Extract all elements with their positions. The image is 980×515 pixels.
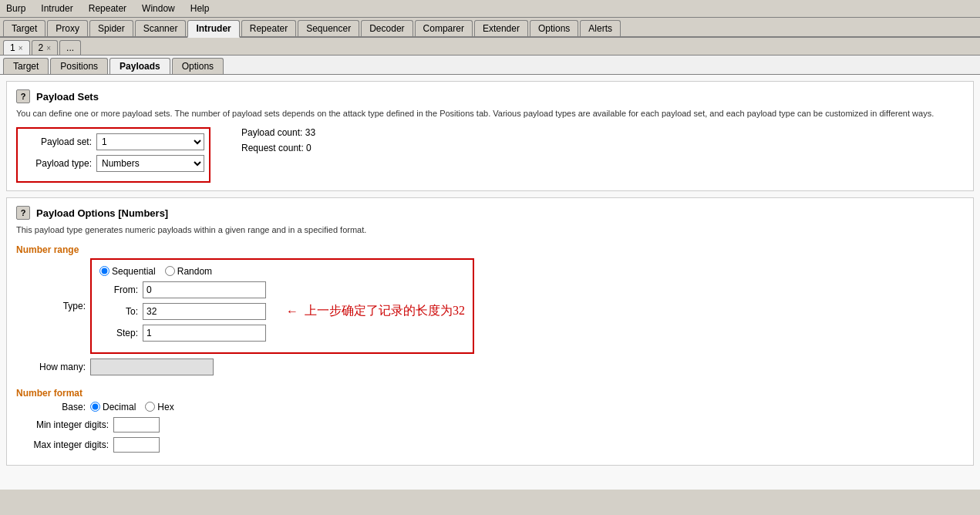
payload-set-row: Payload set: 1: [22, 133, 204, 150]
arrow-icon: ←: [286, 305, 298, 318]
payload-type-row: Payload type: Numbers Simple list Runtim…: [22, 155, 204, 172]
payload-sets-controls: Payload set: 1 Payload type: Numbers Sim…: [16, 127, 210, 183]
random-radio-label[interactable]: Random: [165, 266, 212, 277]
payload-sets-section: ? Payload Sets You can define one or mor…: [6, 81, 974, 191]
min-int-row: Min integer digits:: [16, 417, 964, 433]
section-tabs: Target Positions Payloads Options: [0, 56, 980, 75]
menu-bar: Burp Intruder Repeater Window Help: [0, 0, 980, 18]
menu-burp[interactable]: Burp: [3, 2, 29, 15]
sub-tab-1-label: 1: [10, 42, 15, 53]
min-int-label: Min integer digits:: [16, 419, 109, 430]
hex-radio-label[interactable]: Hex: [145, 402, 173, 412]
main-tab-options[interactable]: Options: [530, 20, 578, 36]
content-area: ? Payload Sets You can define one or mor…: [0, 75, 980, 490]
to-label: To:: [99, 306, 138, 317]
sequential-label: Sequential: [112, 266, 156, 277]
main-tab-decoder[interactable]: Decoder: [361, 20, 413, 36]
max-int-row: Max integer digits:: [16, 437, 964, 453]
payload-sets-title: Payload Sets: [36, 91, 99, 103]
type-radio-group: Sequential Random: [99, 266, 465, 277]
payload-sets-header: ? Payload Sets: [16, 89, 964, 103]
close-tab-1-icon[interactable]: ×: [19, 44, 23, 52]
main-tab-sequencer[interactable]: Sequencer: [298, 20, 359, 36]
sub-tab-1[interactable]: 1 ×: [3, 40, 30, 55]
decimal-radio[interactable]: [90, 402, 100, 412]
base-label: Base:: [16, 402, 86, 412]
sequential-radio[interactable]: [99, 266, 109, 276]
annotation-text: 上一步确定了记录的长度为32: [305, 303, 465, 319]
main-tab-scanner[interactable]: Scanner: [135, 20, 187, 36]
annotation: ← 上一步确定了记录的长度为32: [286, 303, 465, 319]
step-row: Step:: [99, 325, 465, 342]
base-row: Base: Decimal Hex: [16, 402, 964, 412]
payload-count-value: 33: [305, 127, 315, 138]
step-label: Step:: [99, 328, 138, 338]
number-format-label: Number format: [16, 388, 964, 399]
min-int-input[interactable]: [113, 417, 160, 433]
request-count-row: Request count: 0: [241, 143, 315, 153]
request-count-label: Request count:: [241, 143, 304, 153]
decimal-radio-label[interactable]: Decimal: [90, 402, 136, 412]
sub-tab-2-label: 2: [39, 42, 44, 53]
payload-set-select[interactable]: 1: [96, 133, 204, 150]
payload-sets-desc: You can define one or more payload sets.…: [16, 108, 964, 119]
random-radio[interactable]: [165, 266, 175, 276]
payload-counts: Payload count: 33 Request count: 0: [241, 127, 315, 153]
payload-options-desc: This payload type generates numeric payl…: [16, 224, 964, 236]
payload-options-header: ? Payload Options [Numbers]: [16, 206, 964, 220]
request-count-value: 0: [306, 143, 312, 153]
payload-count-row: Payload count: 33: [241, 127, 315, 138]
payload-options-title: Payload Options [Numbers]: [36, 207, 168, 219]
close-tab-2-icon[interactable]: ×: [46, 44, 51, 52]
payload-count-label: Payload count:: [241, 127, 302, 138]
payload-type-label: Payload type:: [22, 158, 92, 169]
from-row: From:: [99, 281, 465, 298]
menu-repeater[interactable]: Repeater: [86, 2, 130, 15]
sub-tab-ellipsis[interactable]: ...: [59, 40, 81, 55]
random-label: Random: [177, 266, 212, 277]
main-tab-target[interactable]: Target: [3, 20, 45, 36]
number-range-label: Number range: [16, 244, 964, 255]
main-tabs: Target Proxy Spider Scanner Intruder Rep…: [0, 18, 980, 38]
menu-intruder[interactable]: Intruder: [38, 2, 76, 15]
payload-type-select[interactable]: Numbers Simple list Runtime file: [96, 155, 204, 172]
main-tab-extender[interactable]: Extender: [474, 20, 528, 36]
main-tab-alerts[interactable]: Alerts: [580, 20, 621, 36]
main-tab-proxy[interactable]: Proxy: [47, 20, 88, 36]
max-int-input[interactable]: [113, 437, 160, 453]
to-input[interactable]: [143, 303, 266, 320]
payload-set-label: Payload set:: [22, 136, 92, 147]
how-many-input[interactable]: [90, 358, 214, 375]
max-int-label: Max integer digits:: [16, 439, 109, 450]
sequential-radio-label[interactable]: Sequential: [99, 266, 156, 277]
sub-tab-ellipsis-label: ...: [66, 42, 74, 53]
sub-tab-2[interactable]: 2 ×: [32, 40, 59, 55]
section-tab-positions[interactable]: Positions: [50, 58, 108, 74]
hex-radio[interactable]: [145, 402, 155, 412]
payload-options-section: ? Payload Options [Numbers] This payload…: [6, 197, 974, 465]
payload-options-help-button[interactable]: ?: [16, 206, 30, 220]
from-label: From:: [99, 284, 138, 295]
type-row: Type: Sequential Random From:: [16, 258, 964, 354]
section-tab-options[interactable]: Options: [172, 58, 224, 74]
main-tab-spider[interactable]: Spider: [89, 20, 133, 36]
section-tab-payloads[interactable]: Payloads: [109, 58, 170, 74]
step-input[interactable]: [143, 325, 266, 342]
how-many-label: How many:: [16, 362, 86, 372]
main-tab-comparer[interactable]: Comparer: [415, 20, 473, 36]
how-many-row: How many:: [16, 358, 964, 375]
from-input[interactable]: [143, 281, 266, 298]
payload-sets-help-button[interactable]: ?: [16, 89, 30, 103]
menu-window[interactable]: Window: [139, 2, 178, 15]
number-format-section: Number format Base: Decimal Hex Min: [16, 388, 964, 453]
main-tab-repeater[interactable]: Repeater: [241, 20, 296, 36]
sub-tabs: 1 × 2 × ...: [0, 38, 980, 56]
base-radio-group: Decimal Hex: [90, 402, 174, 412]
to-row: To: ← 上一步确定了记录的长度为32: [99, 303, 465, 320]
menu-help[interactable]: Help: [187, 2, 213, 15]
section-tab-target[interactable]: Target: [3, 58, 49, 74]
number-range-box: Sequential Random From: To:: [90, 258, 474, 354]
decimal-label: Decimal: [103, 402, 136, 412]
type-label: Type:: [16, 301, 86, 311]
main-tab-intruder[interactable]: Intruder: [187, 20, 239, 38]
